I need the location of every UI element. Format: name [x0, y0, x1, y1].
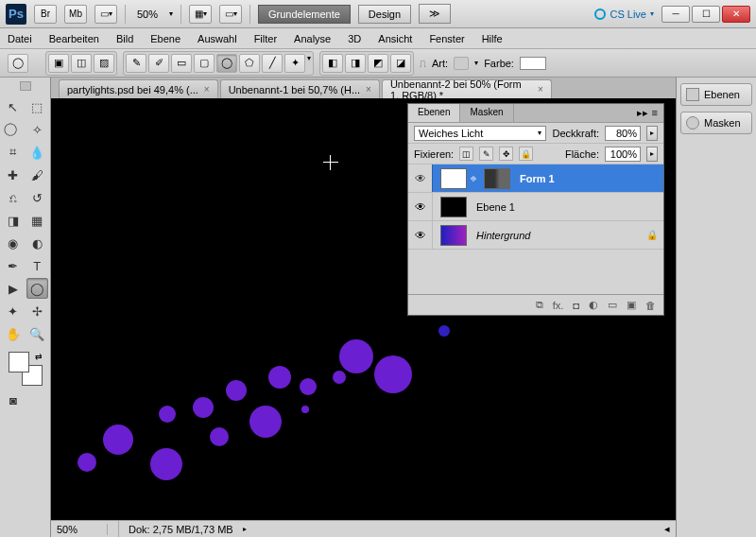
blend-mode-select[interactable]: Weiches Licht▾ — [414, 126, 546, 141]
color-swatches[interactable]: ⇄ — [9, 352, 43, 386]
lock-transparent-icon[interactable]: ◫ — [459, 147, 473, 161]
quickmask-tool[interactable]: ◙ — [2, 390, 25, 410]
layer-name[interactable]: Hintergrund — [471, 230, 643, 241]
panel-collapse-icon[interactable]: ▸▸ — [637, 107, 648, 119]
layer-name[interactable]: Form 1 — [514, 173, 658, 184]
menu-fenster[interactable]: Fenster — [429, 33, 464, 44]
layer-row[interactable]: 👁 ⎆ Form 1 — [408, 165, 663, 193]
chevron-right-icon[interactable]: ▸ — [243, 525, 247, 533]
menu-bild[interactable]: Bild — [116, 33, 133, 44]
wand-tool[interactable]: ✧ — [26, 119, 49, 140]
polygon-icon[interactable]: ⬠ — [239, 54, 260, 73]
adjustment-icon[interactable]: ◐ — [589, 299, 598, 311]
menu-ebene[interactable]: Ebene — [150, 33, 180, 44]
arrange-button[interactable]: ▦▾ — [189, 5, 212, 24]
status-zoom[interactable]: 50% — [51, 524, 108, 535]
doc-tab-0[interactable]: partylights.psd bei 49,4% (...× — [59, 79, 218, 98]
add-area-icon[interactable]: ◧ — [322, 54, 343, 73]
ellipse-icon[interactable]: ◯ — [216, 54, 237, 73]
menu-filter[interactable]: Filter — [254, 33, 277, 44]
menu-datei[interactable]: Datei — [8, 33, 32, 44]
link-icon[interactable]: ⎆ — [471, 173, 476, 183]
lock-all-icon[interactable]: 🔒 — [519, 147, 533, 161]
lock-position-icon[interactable]: ✥ — [499, 147, 513, 161]
fill-pixels-icon[interactable]: ▨ — [94, 54, 114, 73]
minimize-button[interactable]: ─ — [662, 6, 690, 23]
pen-tool[interactable]: ✒ — [2, 255, 25, 276]
heal-tool[interactable]: ✚ — [2, 165, 25, 185]
workspace-grundelemente[interactable]: Grundelemente — [258, 5, 351, 24]
cslive-button[interactable]: CS Live▾ — [594, 9, 654, 20]
trash-icon[interactable]: 🗑 — [645, 300, 656, 311]
intersect-area-icon[interactable]: ◩ — [368, 54, 388, 73]
chevron-right-icon[interactable]: ▸ — [646, 147, 658, 162]
layer-row[interactable]: 👁 Ebene 1 — [408, 193, 663, 221]
vector-mask-thumb[interactable] — [484, 168, 510, 189]
close-button[interactable]: ✕ — [722, 6, 750, 23]
panel-menu-icon[interactable]: ≡ — [652, 107, 658, 119]
stamp-tool[interactable]: ⎌ — [2, 187, 25, 208]
paths-icon[interactable]: ◫ — [71, 54, 92, 73]
menu-analyse[interactable]: Analyse — [294, 33, 331, 44]
group-icon[interactable]: ▭ — [608, 299, 617, 311]
dodge-tool[interactable]: ◐ — [26, 233, 49, 253]
workspace-design[interactable]: Design — [358, 5, 411, 24]
menu-3d[interactable]: 3D — [348, 33, 361, 44]
color-swatch[interactable] — [520, 57, 546, 70]
lasso-tool[interactable]: ⃝ — [2, 119, 25, 140]
type-tool[interactable]: T — [26, 255, 49, 276]
history-brush-tool[interactable]: ↺ — [26, 187, 49, 208]
layer-row[interactable]: 👁 Hintergrund 🔒 — [408, 221, 663, 250]
menu-bearbeiten[interactable]: Bearbeiten — [49, 33, 99, 44]
chevron-right-icon[interactable]: ▸ — [646, 126, 658, 141]
eyedropper-tool[interactable]: 💧 — [26, 142, 49, 163]
menu-hilfe[interactable]: Hilfe — [482, 33, 503, 44]
doc-tab-2[interactable]: Unbenannt-2 bei 50% (Form 1, RGB/8) *× — [382, 79, 552, 98]
visibility-icon[interactable]: 👁 — [408, 165, 433, 192]
custom-shape-icon[interactable]: ✦ — [284, 54, 305, 73]
3d-tool[interactable]: ✦ — [2, 301, 25, 321]
menu-ansicht[interactable]: Ansicht — [378, 33, 412, 44]
tab-ebenen[interactable]: Ebenen — [408, 104, 460, 122]
mask-icon[interactable]: ◘ — [573, 300, 579, 311]
visibility-icon[interactable]: 👁 — [408, 193, 433, 220]
swap-colors-icon[interactable]: ⇄ — [35, 352, 43, 361]
blur-tool[interactable]: ◉ — [2, 233, 25, 253]
foreground-color[interactable] — [9, 352, 29, 372]
line-icon[interactable]: ╱ — [262, 54, 283, 73]
gradient-tool[interactable]: ▦ — [26, 210, 49, 231]
link-layers-icon[interactable]: ⧉ — [536, 299, 543, 311]
bridge-button[interactable]: Br — [34, 5, 57, 24]
status-docinfo[interactable]: Dok: 2,75 MB/1,73 MB — [119, 524, 243, 535]
exclude-area-icon[interactable]: ◪ — [390, 54, 411, 73]
scroll-left-icon[interactable]: ◂ — [659, 523, 676, 535]
lock-pixels-icon[interactable]: ✎ — [479, 147, 493, 161]
style-swatch[interactable] — [454, 57, 469, 70]
minibridge-button[interactable]: Mb — [64, 5, 87, 24]
chevron-down-icon[interactable]: ▾ — [169, 9, 173, 18]
layer-name[interactable]: Ebene 1 — [471, 201, 658, 213]
marquee-tool[interactable]: ⬚ — [26, 96, 49, 117]
tool-preset[interactable]: ◯ — [8, 54, 28, 73]
maximize-button[interactable]: ☐ — [692, 6, 720, 23]
crop-tool[interactable]: ⌗ — [2, 142, 25, 163]
close-icon[interactable]: × — [204, 84, 210, 95]
shape-tool[interactable]: ◯ — [26, 278, 49, 299]
freeform-pen-icon[interactable]: ✐ — [148, 54, 169, 73]
subtract-area-icon[interactable]: ◨ — [345, 54, 366, 73]
layer-thumb[interactable] — [440, 168, 467, 189]
menu-auswahl[interactable]: Auswahl — [198, 33, 237, 44]
path-select-tool[interactable]: ▶ — [2, 278, 25, 299]
zoom-level[interactable]: 50% — [133, 9, 162, 20]
move-tool[interactable]: ↖ — [2, 96, 25, 117]
opacity-input[interactable]: 80% — [605, 126, 641, 141]
layer-thumb[interactable] — [440, 197, 467, 217]
doc-tab-1[interactable]: Unbenannt-1 bei 50,7% (H...× — [220, 79, 380, 98]
3d-cam-tool[interactable]: ✢ — [26, 301, 49, 321]
pen-icon[interactable]: ✎ — [126, 54, 146, 73]
chevron-down-icon[interactable]: ▾ — [307, 54, 311, 73]
zoom-tool[interactable]: 🔍 — [26, 323, 49, 344]
close-icon[interactable]: × — [538, 84, 543, 95]
new-layer-icon[interactable]: ▣ — [627, 299, 636, 311]
hand-tool[interactable]: ✋ — [2, 323, 25, 344]
